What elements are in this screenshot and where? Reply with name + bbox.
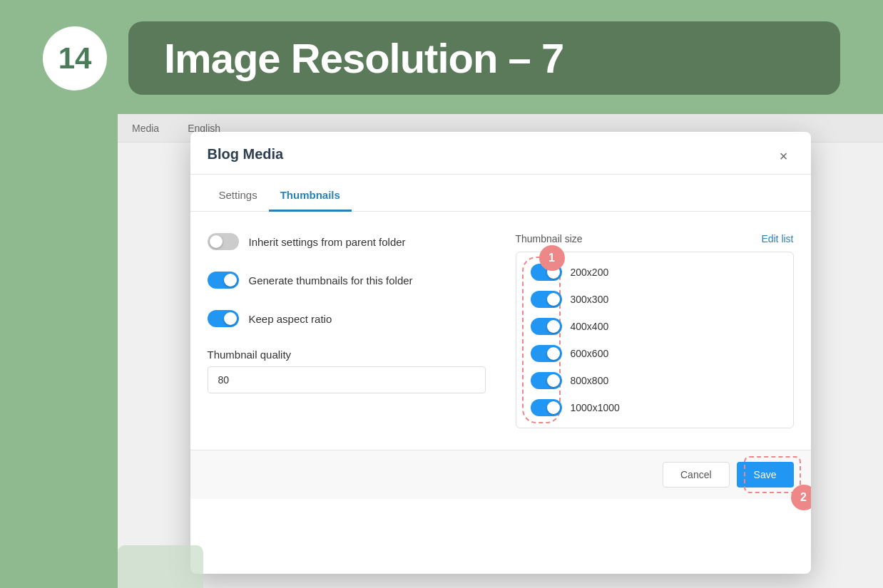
right-panel: Thumbnail size Edit list 1 [516,233,794,428]
generate-label: Generate thumbnails for this folder [249,274,413,287]
thumbnail-item-800: 800x800 [528,368,782,393]
toggle-400x400[interactable] [531,318,562,335]
modal-header: Blog Media × [190,132,811,175]
thumb-label-300: 300x300 [571,294,609,305]
modal-footer: 2 Cancel Save [190,450,811,499]
quality-section: Thumbnail quality [208,349,487,393]
tab-settings[interactable]: Settings [208,180,269,212]
quality-input[interactable] [208,366,486,393]
thumb-label-600: 600x600 [571,348,609,359]
generate-toggle[interactable] [208,272,239,289]
inherit-toggle[interactable] [208,233,239,250]
keep-aspect-toggle-slider [208,310,239,327]
thumb-label-400: 400x400 [571,321,609,332]
modal-backdrop: Blog Media × Settings Thumbnails Inherit… [125,110,876,581]
inherit-toggle-slider [208,233,239,250]
title-banner: Image Resolution – 7 [128,21,840,95]
annotation-badge-1: 1 [539,245,565,271]
tabs-container: Settings Thumbnails [190,180,811,212]
toggle-300x300[interactable] [531,291,562,308]
blog-media-modal: Blog Media × Settings Thumbnails Inherit… [190,132,811,574]
inherit-settings-row: Inherit settings from parent folder [208,233,487,250]
cancel-button[interactable]: Cancel [663,462,730,488]
right-panel-header: Thumbnail size Edit list [516,233,794,244]
bg-decorative-1 [118,545,203,588]
keep-aspect-label: Keep aspect ratio [249,313,332,325]
left-panel: Inherit settings from parent folder Gene… [208,233,487,428]
thumbnail-size-label: Thumbnail size [516,233,583,244]
generate-thumbnails-row: Generate thumbnails for this folder [208,272,487,289]
tab-thumbnails[interactable]: Thumbnails [269,180,352,212]
save-button[interactable]: Save [737,462,794,488]
toggle-800x800[interactable] [531,372,562,389]
thumbnail-list: 1 200x200 [516,252,794,428]
toggle-1000x1000[interactable] [531,399,562,416]
page-header: 14 Image Resolution – 7 [0,0,883,109]
inherit-label: Inherit settings from parent folder [249,236,406,248]
quality-label: Thumbnail quality [208,349,487,361]
keep-aspect-row: Keep aspect ratio [208,310,487,327]
edit-list-link[interactable]: Edit list [761,233,793,244]
close-button[interactable]: × [774,147,794,167]
modal-title: Blog Media [208,146,284,174]
keep-aspect-toggle[interactable] [208,310,239,327]
thumb-label-200: 200x200 [571,267,609,278]
thumb-label-1000: 1000x1000 [571,402,620,413]
modal-body: Inherit settings from parent folder Gene… [190,212,811,450]
generate-toggle-slider [208,272,239,289]
thumbnail-item-200: 200x200 [528,259,782,285]
annotation-badge-2: 2 [791,485,811,510]
thumbnail-item-300: 300x300 [528,287,782,312]
page-title: Image Resolution – 7 [164,35,563,81]
toggle-600x600[interactable] [531,345,562,362]
thumbnail-item-400: 400x400 [528,314,782,339]
thumbnail-item-1000: 1000x1000 [528,395,782,421]
thumb-label-800: 800x800 [571,375,609,386]
thumbnail-item-600: 600x600 [528,341,782,366]
step-badge: 14 [43,26,107,91]
